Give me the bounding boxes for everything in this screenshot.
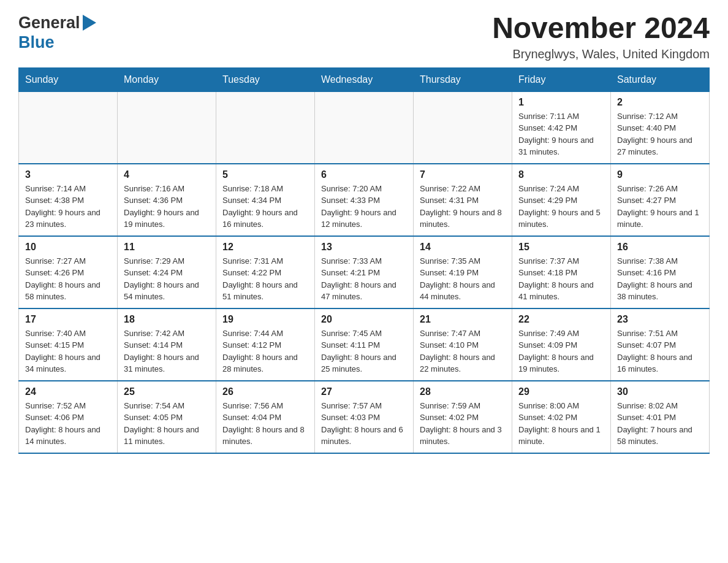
day-info: Sunrise: 7:26 AMSunset: 4:27 PMDaylight:… (617, 183, 703, 231)
weekday-header-wednesday: Wednesday (315, 67, 414, 91)
title-block: November 2024 Bryneglwys, Wales, United … (492, 12, 710, 61)
day-number: 16 (617, 242, 703, 253)
day-number: 18 (124, 314, 210, 325)
calendar-cell: 12Sunrise: 7:31 AMSunset: 4:22 PMDayligh… (216, 236, 315, 308)
day-number: 23 (617, 314, 703, 325)
logo-arrow-icon (83, 15, 96, 33)
day-info: Sunrise: 7:40 AMSunset: 4:15 PMDaylight:… (25, 327, 111, 375)
day-number: 30 (617, 386, 703, 397)
day-info: Sunrise: 7:44 AMSunset: 4:12 PMDaylight:… (222, 327, 308, 375)
page-header: General Blue November 2024 Bryneglwys, W… (18, 12, 710, 61)
day-info: Sunrise: 7:49 AMSunset: 4:09 PMDaylight:… (518, 327, 604, 375)
day-number: 17 (25, 314, 111, 325)
day-number: 5 (222, 169, 308, 180)
calendar-cell: 6Sunrise: 7:20 AMSunset: 4:33 PMDaylight… (315, 164, 414, 236)
calendar-cell (414, 91, 512, 164)
calendar-cell: 18Sunrise: 7:42 AMSunset: 4:14 PMDayligh… (118, 308, 216, 381)
day-number: 1 (518, 97, 604, 108)
day-number: 14 (420, 242, 506, 253)
day-info: Sunrise: 7:57 AMSunset: 4:03 PMDaylight:… (321, 400, 407, 448)
calendar-cell: 25Sunrise: 7:54 AMSunset: 4:05 PMDayligh… (118, 381, 216, 453)
day-number: 10 (25, 242, 111, 253)
calendar-cell: 10Sunrise: 7:27 AMSunset: 4:26 PMDayligh… (19, 236, 118, 308)
logo: General Blue (18, 12, 96, 52)
calendar-cell: 26Sunrise: 7:56 AMSunset: 4:04 PMDayligh… (216, 381, 315, 453)
day-info: Sunrise: 7:29 AMSunset: 4:24 PMDaylight:… (124, 255, 210, 303)
day-info: Sunrise: 7:35 AMSunset: 4:19 PMDaylight:… (420, 255, 506, 303)
day-info: Sunrise: 7:14 AMSunset: 4:38 PMDaylight:… (25, 183, 111, 231)
calendar-cell: 13Sunrise: 7:33 AMSunset: 4:21 PMDayligh… (315, 236, 414, 308)
calendar-week-2: 3Sunrise: 7:14 AMSunset: 4:38 PMDaylight… (19, 164, 710, 236)
weekday-header-row: SundayMondayTuesdayWednesdayThursdayFrid… (19, 67, 710, 91)
day-info: Sunrise: 7:12 AMSunset: 4:40 PMDaylight:… (617, 110, 703, 158)
calendar-cell: 21Sunrise: 7:47 AMSunset: 4:10 PMDayligh… (414, 308, 512, 381)
calendar-cell: 3Sunrise: 7:14 AMSunset: 4:38 PMDaylight… (19, 164, 118, 236)
calendar-cell: 22Sunrise: 7:49 AMSunset: 4:09 PMDayligh… (512, 308, 611, 381)
day-info: Sunrise: 7:33 AMSunset: 4:21 PMDaylight:… (321, 255, 407, 303)
calendar-cell (315, 91, 414, 164)
day-info: Sunrise: 7:27 AMSunset: 4:26 PMDaylight:… (25, 255, 111, 303)
calendar-cell: 15Sunrise: 7:37 AMSunset: 4:18 PMDayligh… (512, 236, 611, 308)
calendar-cell: 28Sunrise: 7:59 AMSunset: 4:02 PMDayligh… (414, 381, 512, 453)
calendar-week-5: 24Sunrise: 7:52 AMSunset: 4:06 PMDayligh… (19, 381, 710, 453)
weekday-header-thursday: Thursday (414, 67, 512, 91)
day-info: Sunrise: 8:02 AMSunset: 4:01 PMDaylight:… (617, 400, 703, 448)
day-number: 25 (124, 386, 210, 397)
day-number: 13 (321, 242, 407, 253)
day-number: 7 (420, 169, 506, 180)
day-info: Sunrise: 7:45 AMSunset: 4:11 PMDaylight:… (321, 327, 407, 375)
day-info: Sunrise: 7:47 AMSunset: 4:10 PMDaylight:… (420, 327, 506, 375)
logo-general-text: General (18, 13, 80, 33)
day-info: Sunrise: 8:00 AMSunset: 4:02 PMDaylight:… (518, 400, 604, 448)
calendar-cell (19, 91, 118, 164)
weekday-header-saturday: Saturday (611, 67, 710, 91)
day-number: 26 (222, 386, 308, 397)
calendar-cell: 2Sunrise: 7:12 AMSunset: 4:40 PMDaylight… (611, 91, 710, 164)
day-info: Sunrise: 7:20 AMSunset: 4:33 PMDaylight:… (321, 183, 407, 231)
day-info: Sunrise: 7:42 AMSunset: 4:14 PMDaylight:… (124, 327, 210, 375)
calendar-cell (118, 91, 216, 164)
logo-blue-text: Blue (18, 33, 55, 52)
calendar-week-3: 10Sunrise: 7:27 AMSunset: 4:26 PMDayligh… (19, 236, 710, 308)
day-number: 24 (25, 386, 111, 397)
day-info: Sunrise: 7:54 AMSunset: 4:05 PMDaylight:… (124, 400, 210, 448)
day-number: 2 (617, 97, 703, 108)
calendar-cell: 7Sunrise: 7:22 AMSunset: 4:31 PMDaylight… (414, 164, 512, 236)
day-number: 27 (321, 386, 407, 397)
calendar-cell: 17Sunrise: 7:40 AMSunset: 4:15 PMDayligh… (19, 308, 118, 381)
calendar-cell: 23Sunrise: 7:51 AMSunset: 4:07 PMDayligh… (611, 308, 710, 381)
day-number: 21 (420, 314, 506, 325)
calendar-table: SundayMondayTuesdayWednesdayThursdayFrid… (18, 67, 710, 454)
day-number: 19 (222, 314, 308, 325)
day-number: 22 (518, 314, 604, 325)
day-info: Sunrise: 7:22 AMSunset: 4:31 PMDaylight:… (420, 183, 506, 231)
day-info: Sunrise: 7:52 AMSunset: 4:06 PMDaylight:… (25, 400, 111, 448)
day-info: Sunrise: 7:18 AMSunset: 4:34 PMDaylight:… (222, 183, 308, 231)
day-number: 15 (518, 242, 604, 253)
weekday-header-monday: Monday (118, 67, 216, 91)
calendar-cell: 8Sunrise: 7:24 AMSunset: 4:29 PMDaylight… (512, 164, 611, 236)
calendar-cell: 9Sunrise: 7:26 AMSunset: 4:27 PMDaylight… (611, 164, 710, 236)
day-number: 20 (321, 314, 407, 325)
day-number: 12 (222, 242, 308, 253)
day-number: 3 (25, 169, 111, 180)
calendar-cell: 30Sunrise: 8:02 AMSunset: 4:01 PMDayligh… (611, 381, 710, 453)
main-title: November 2024 (492, 12, 710, 45)
day-number: 8 (518, 169, 604, 180)
subtitle: Bryneglwys, Wales, United Kingdom (492, 47, 710, 61)
day-info: Sunrise: 7:59 AMSunset: 4:02 PMDaylight:… (420, 400, 506, 448)
calendar-cell: 24Sunrise: 7:52 AMSunset: 4:06 PMDayligh… (19, 381, 118, 453)
day-info: Sunrise: 7:37 AMSunset: 4:18 PMDaylight:… (518, 255, 604, 303)
day-number: 28 (420, 386, 506, 397)
calendar-week-4: 17Sunrise: 7:40 AMSunset: 4:15 PMDayligh… (19, 308, 710, 381)
day-info: Sunrise: 7:56 AMSunset: 4:04 PMDaylight:… (222, 400, 308, 448)
calendar-cell: 29Sunrise: 8:00 AMSunset: 4:02 PMDayligh… (512, 381, 611, 453)
calendar-cell: 5Sunrise: 7:18 AMSunset: 4:34 PMDaylight… (216, 164, 315, 236)
calendar-cell: 4Sunrise: 7:16 AMSunset: 4:36 PMDaylight… (118, 164, 216, 236)
calendar-cell: 19Sunrise: 7:44 AMSunset: 4:12 PMDayligh… (216, 308, 315, 381)
weekday-header-friday: Friday (512, 67, 611, 91)
svg-marker-0 (83, 15, 96, 31)
day-info: Sunrise: 7:24 AMSunset: 4:29 PMDaylight:… (518, 183, 604, 231)
calendar-cell: 11Sunrise: 7:29 AMSunset: 4:24 PMDayligh… (118, 236, 216, 308)
day-info: Sunrise: 7:31 AMSunset: 4:22 PMDaylight:… (222, 255, 308, 303)
